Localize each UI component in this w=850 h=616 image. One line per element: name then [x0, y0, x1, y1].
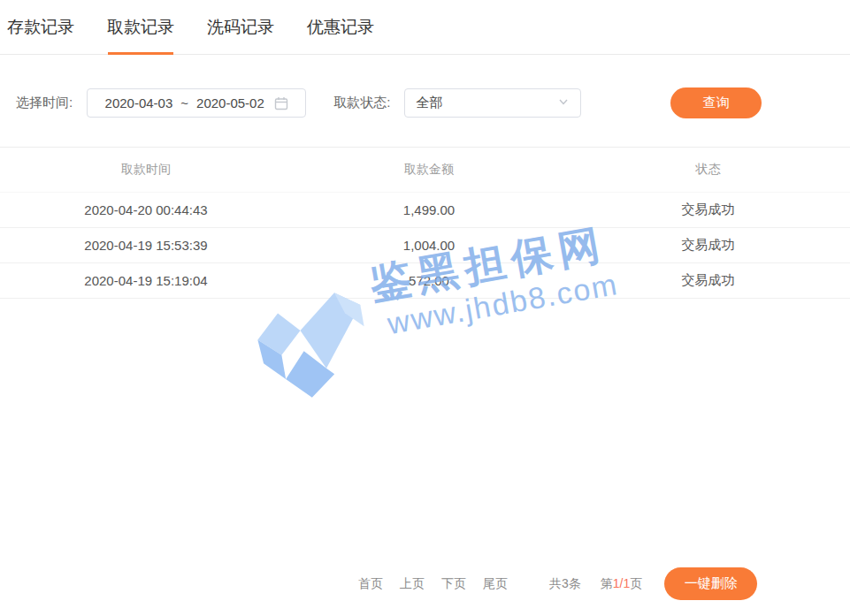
- status-cell: 交易成功: [566, 202, 850, 218]
- status-cell: 交易成功: [566, 272, 850, 289]
- page-indicator-current: 1/1: [613, 576, 630, 590]
- withdraw-amount-cell: 572.00: [292, 273, 566, 288]
- tab-promo-records[interactable]: 优惠记录: [307, 0, 374, 55]
- first-page-link[interactable]: 首页: [358, 576, 383, 592]
- withdraw-time-cell: 2020-04-19 15:19:04: [0, 273, 292, 288]
- pagination-links: 首页 上页 下页 尾页: [358, 576, 508, 592]
- delete-all-button[interactable]: 一键删除: [664, 567, 757, 600]
- records-tabbar: 存款记录 取款记录 洗码记录 优惠记录: [0, 0, 850, 55]
- table-row: 2020-04-19 15:19:04 572.00 交易成功: [0, 263, 850, 299]
- prev-page-link[interactable]: 上页: [400, 576, 425, 592]
- calendar-icon: [274, 96, 288, 110]
- total-records-count: 共3条: [549, 576, 581, 592]
- page-indicator-suffix: 页: [630, 576, 642, 590]
- chevron-down-icon: [557, 95, 570, 110]
- page-indicator: 第1/1页: [601, 576, 642, 592]
- withdraw-amount-cell: 1,004.00: [292, 238, 566, 253]
- date-range-input[interactable]: 2020-04-03 ~ 2020-05-02: [87, 88, 306, 118]
- search-button[interactable]: 查询: [670, 87, 762, 118]
- withdraw-time-cell: 2020-04-20 00:44:43: [0, 202, 292, 217]
- date-separator: ~: [180, 95, 188, 110]
- column-header-withdraw-amount: 取款金额: [292, 162, 566, 178]
- table-row: 2020-04-19 15:53:39 1,004.00 交易成功: [0, 228, 850, 263]
- date-range-label: 选择时间:: [16, 95, 73, 111]
- watermark-logo-icon: [244, 282, 384, 414]
- filter-bar: 选择时间: 2020-04-03 ~ 2020-05-02 取款状态: 全部 查…: [0, 87, 850, 118]
- tab-deposit-records[interactable]: 存款记录: [7, 0, 74, 55]
- withdraw-status-value: 全部: [416, 95, 442, 111]
- last-page-link[interactable]: 尾页: [483, 576, 508, 592]
- date-start-value: 2020-04-03: [105, 95, 173, 110]
- withdraw-status-label: 取款状态:: [333, 95, 390, 111]
- status-cell: 交易成功: [566, 237, 850, 254]
- date-end-value: 2020-05-02: [196, 95, 264, 110]
- page-indicator-prefix: 第: [601, 576, 613, 590]
- next-page-link[interactable]: 下页: [441, 576, 466, 592]
- table-header-row: 取款时间 取款金额 状态: [0, 148, 850, 193]
- withdraw-status-select[interactable]: 全部: [404, 88, 581, 118]
- tab-withdrawal-records[interactable]: 取款记录: [107, 0, 174, 55]
- withdraw-amount-cell: 1,499.00: [292, 202, 566, 217]
- column-header-withdraw-time: 取款时间: [0, 162, 292, 178]
- pagination-bar: 首页 上页 下页 尾页 共3条 第1/1页 一键删除: [0, 567, 850, 600]
- table-row: 2020-04-20 00:44:43 1,499.00 交易成功: [0, 193, 850, 228]
- column-header-status: 状态: [566, 162, 850, 178]
- tab-rebate-records[interactable]: 洗码记录: [207, 0, 274, 55]
- withdraw-time-cell: 2020-04-19 15:53:39: [0, 238, 292, 253]
